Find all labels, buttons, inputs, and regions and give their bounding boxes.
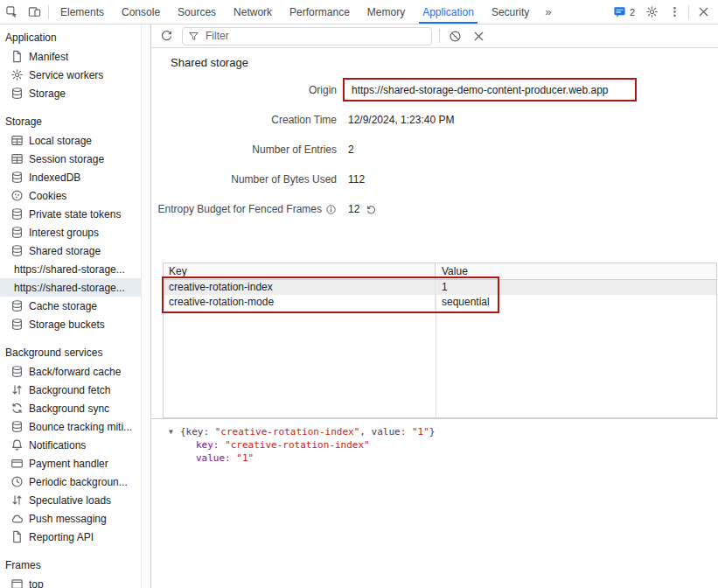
sidebar-item-push-messaging[interactable]: Push messaging xyxy=(0,509,141,528)
document-icon xyxy=(10,50,24,63)
refresh-button[interactable] xyxy=(158,28,175,45)
sidebar-item-background-sync[interactable]: Background sync xyxy=(0,399,141,417)
tab-performance[interactable]: Performance xyxy=(281,0,359,24)
database-icon xyxy=(10,244,24,257)
shared-storage-body: Shared storage Origin https://shared-sto… xyxy=(151,49,718,588)
kebab-menu-icon xyxy=(668,5,681,18)
column-header-key[interactable]: Key xyxy=(164,263,436,279)
origin-value: https://shared-storage-demo-content-prod… xyxy=(348,81,612,100)
sidebar-item-label: top xyxy=(29,578,44,588)
sidebar-header-background-services[interactable]: Background services xyxy=(0,344,141,362)
sidebar-item-label: Private state tokens xyxy=(29,208,121,220)
toolbar-divider xyxy=(439,29,440,43)
sidebar-item-speculative-loads[interactable]: Speculative loads xyxy=(0,491,141,509)
database-icon xyxy=(10,207,24,220)
sidebar-item-reporting-api[interactable]: Reporting API xyxy=(0,528,141,546)
tab-elements[interactable]: Elements xyxy=(52,0,113,24)
toggle-device-toolbar-button[interactable] xyxy=(23,0,45,24)
cell-key: creative-rotation-mode xyxy=(164,295,436,310)
sidebar-item-label: Local storage xyxy=(29,135,92,147)
entropy-budget-value: 12 xyxy=(348,200,359,219)
preview-summary-line: ▼{key: "creative-rotation-index", value:… xyxy=(169,425,718,438)
table-row[interactable]: creative-rotation-index 1 xyxy=(164,280,716,295)
column-header-value[interactable]: Value xyxy=(436,263,716,279)
expand-triangle-icon[interactable]: ▼ xyxy=(169,425,180,438)
reset-undo-icon[interactable] xyxy=(366,204,377,215)
sidebar-item-label: Background fetch xyxy=(29,384,110,396)
sidebar-item-label: Cache storage xyxy=(29,300,97,312)
sidebar-item-label: Push messaging xyxy=(29,513,107,525)
sidebar-item-shared-storage-origin-2[interactable]: https://shared-storage... xyxy=(0,278,141,297)
sidebar-item-frame-top[interactable]: top xyxy=(0,575,141,588)
sidebar-item-background-fetch[interactable]: Background fetch xyxy=(0,381,141,399)
sidebar-item-label: Speculative loads xyxy=(29,494,111,507)
database-icon xyxy=(10,171,24,184)
info-icon[interactable] xyxy=(325,204,337,215)
inspect-element-button[interactable] xyxy=(0,0,23,24)
metadata-label-origin: Origin xyxy=(151,81,337,100)
customize-menu-button[interactable] xyxy=(663,5,686,18)
tab-memory[interactable]: Memory xyxy=(359,0,414,24)
sidebar-item-session-storage[interactable]: Session storage xyxy=(0,150,141,168)
sidebar-item-label: Interest groups xyxy=(29,227,99,239)
delete-selected-button[interactable] xyxy=(471,28,487,45)
tab-sources[interactable]: Sources xyxy=(169,0,225,24)
cloud-icon xyxy=(10,512,24,525)
sidebar-item-label: Cookies xyxy=(29,190,66,202)
sidebar-item-notifications[interactable]: Notifications xyxy=(0,436,141,454)
sidebar-item-shared-storage-origin-1[interactable]: https://shared-storage... xyxy=(0,260,141,278)
sidebar-item-local-storage[interactable]: Local storage xyxy=(0,131,141,150)
sidebar-item-storage-buckets[interactable]: Storage buckets xyxy=(0,315,141,333)
sidebar-item-indexeddb[interactable]: IndexedDB xyxy=(0,168,141,186)
sidebar-section-application: Application Manifest Service workers Sto… xyxy=(0,29,141,102)
bell-icon xyxy=(10,438,24,452)
close-devtools-button[interactable] xyxy=(692,5,715,18)
sidebar-item-storage[interactable]: Storage xyxy=(0,84,141,102)
sidebar-item-bounce-tracking-mitigations[interactable]: Bounce tracking miti... xyxy=(0,417,141,436)
cell-key: creative-rotation-index xyxy=(164,280,436,295)
tab-network[interactable]: Network xyxy=(225,0,281,24)
sidebar-item-label: Service workers xyxy=(29,69,103,81)
sidebar-item-payment-handler[interactable]: Payment handler xyxy=(0,454,141,472)
sidebar-item-cookies[interactable]: Cookies xyxy=(0,186,141,205)
sync-icon xyxy=(10,402,24,415)
sidebar-header-storage[interactable]: Storage xyxy=(0,113,141,131)
table-row[interactable]: creative-rotation-mode sequential xyxy=(164,295,716,310)
document-icon xyxy=(10,530,24,543)
entry-preview-pane: ▼{key: "creative-rotation-index", value:… xyxy=(151,418,718,588)
shared-storage-toolbar xyxy=(151,24,718,48)
cell-value: sequential xyxy=(436,295,716,310)
devtools-tabbar: Elements Console Sources Network Perform… xyxy=(0,0,718,24)
clear-all-button[interactable] xyxy=(447,28,464,45)
tab-console[interactable]: Console xyxy=(113,0,169,24)
application-sidebar: Application Manifest Service workers Sto… xyxy=(0,24,141,588)
sidebar-item-interest-groups[interactable]: Interest groups xyxy=(0,223,141,242)
tabbar-right-controls: 2 xyxy=(608,0,718,24)
arrows-up-down-icon xyxy=(10,383,24,396)
tab-application[interactable]: Application xyxy=(414,0,483,24)
table-icon xyxy=(10,152,24,165)
sidebar-item-periodic-background-sync[interactable]: Periodic backgroun... xyxy=(0,472,141,491)
settings-button[interactable] xyxy=(640,5,663,18)
sidebar-item-cache-storage[interactable]: Cache storage xyxy=(0,297,141,315)
filter-funnel-icon xyxy=(188,31,199,42)
issues-count: 2 xyxy=(630,7,635,18)
sidebar-header-application[interactable]: Application xyxy=(0,29,141,47)
devtools-window: Elements Console Sources Network Perform… xyxy=(0,0,718,588)
more-tabs-button[interactable]: » xyxy=(538,0,558,24)
block-icon xyxy=(449,30,462,43)
entropy-budget-label-text: Entropy Budget for Fenced Frames xyxy=(158,200,322,219)
refresh-icon xyxy=(160,30,173,43)
filter-box[interactable] xyxy=(182,27,432,46)
filter-input[interactable] xyxy=(204,29,426,43)
sidebar-item-shared-storage[interactable]: Shared storage xyxy=(0,242,141,260)
sidebar-item-manifest[interactable]: Manifest xyxy=(0,47,141,66)
issues-counter-button[interactable]: 2 xyxy=(608,5,640,18)
sidebar-item-service-workers[interactable]: Service workers xyxy=(0,66,141,84)
sidebar-item-private-state-tokens[interactable]: Private state tokens xyxy=(0,205,141,223)
tab-security[interactable]: Security xyxy=(483,0,538,24)
gear-icon xyxy=(10,68,24,81)
sidebar-header-frames[interactable]: Frames xyxy=(0,556,141,575)
sidebar-item-back-forward-cache[interactable]: Back/forward cache xyxy=(0,362,141,381)
entropy-budget-value-row: 12 xyxy=(337,200,711,219)
